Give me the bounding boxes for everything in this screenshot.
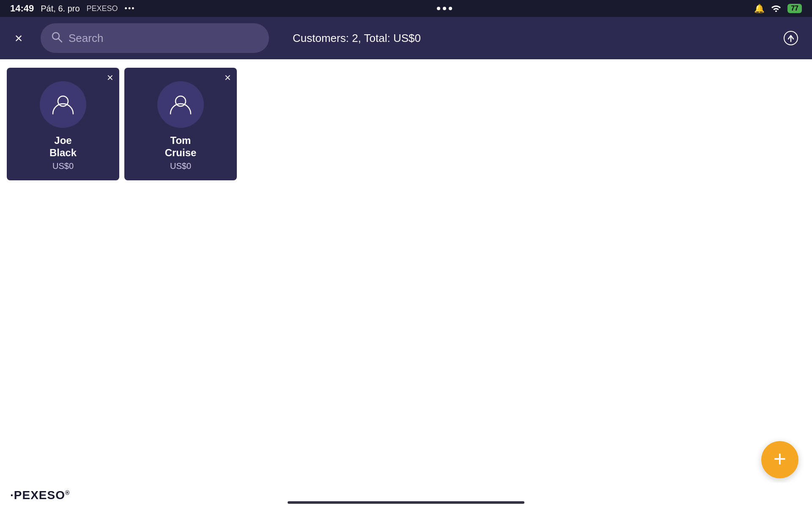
customer-name-joe-black: Joe Black [49,135,77,159]
pexeso-logo-text: ·PEXESO® [10,489,70,502]
battery-indicator: 77 [787,4,802,13]
search-icon [51,31,63,46]
customers-info: Customers: 2, Total: US$0 [293,32,421,45]
svg-point-0 [52,33,59,39]
search-placeholder: Search [69,32,103,45]
bottom-bar: ·PEXESO® [0,483,812,508]
search-box[interactable]: Search [41,23,269,53]
status-right: 🔔 77 [754,3,802,14]
status-left: 14:49 Pát, 6. pro PEXESO ••• [10,3,135,14]
pexeso-logo: ·PEXESO® [10,489,70,502]
upload-button[interactable] [780,27,802,49]
status-date: Pát, 6. pro [41,4,80,14]
signal-dot-2 [443,7,446,10]
customer-amount-tom-cruise: US$0 [170,161,191,171]
plus-icon: + [774,448,786,470]
avatar-joe-black [40,81,86,128]
close-button[interactable]: × [10,30,27,47]
wifi-icon [771,3,782,14]
status-center [437,7,452,10]
header-bar: × Search Customers: 2, Total: US$0 [0,17,812,59]
avatar-tom-cruise [157,81,204,128]
svg-line-1 [59,39,62,42]
card-close-tom-cruise[interactable]: × [225,72,231,83]
customer-amount-joe-black: US$0 [52,161,74,171]
bell-icon: 🔔 [754,3,765,14]
main-content: × Joe Black US$0 × Tom Cruise US$0 [0,59,812,483]
status-time: 14:49 [10,3,34,14]
signal-dot-3 [449,7,452,10]
customer-card-joe-black[interactable]: × Joe Black US$0 [7,68,119,180]
status-bar: 14:49 Pát, 6. pro PEXESO ••• 🔔 77 [0,0,812,17]
customer-card-tom-cruise[interactable]: × Tom Cruise US$0 [124,68,237,180]
card-close-joe-black[interactable]: × [107,72,113,83]
status-brand: PEXESO [87,4,118,13]
home-indicator [288,501,524,504]
signal-dot-1 [437,7,440,10]
status-dots: ••• [125,4,135,13]
customer-name-tom-cruise: Tom Cruise [165,135,197,159]
add-customer-fab[interactable]: + [761,441,798,478]
